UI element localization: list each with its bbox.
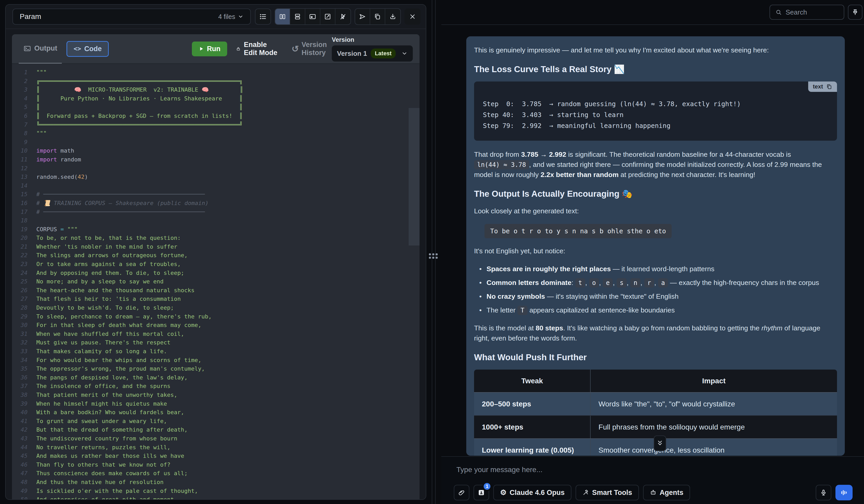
waveform-icon xyxy=(840,489,848,496)
code-line-text: Is sicklied o'er with the pale cast of t… xyxy=(36,487,198,495)
code-line: 5║ ║ xyxy=(12,103,420,112)
pip-view-button[interactable] xyxy=(305,9,320,24)
list-item: Spaces are in roughly the right places —… xyxy=(474,264,837,274)
line-number: 37 xyxy=(12,382,32,391)
code-line-text: """ xyxy=(36,68,47,77)
inline-code: ln(44) ≈ 3.78 xyxy=(474,160,529,170)
section-heading: The Loss Curve Tells a Real Story 📉 xyxy=(474,64,837,74)
inline-code: e xyxy=(603,278,613,287)
line-number: 50 xyxy=(12,495,32,500)
code-line: 9 xyxy=(12,138,420,147)
line-number: 25 xyxy=(12,277,32,286)
code-line: 37The insolence of office, and the spurn… xyxy=(12,382,420,391)
composer-input[interactable]: Type your message here... xyxy=(456,466,543,474)
line-number: 48 xyxy=(12,478,32,487)
enable-edit-mode-button[interactable]: Enable Edit Mode xyxy=(236,41,281,57)
line-number: 13 xyxy=(12,173,32,181)
tab-output[interactable]: Output xyxy=(19,34,62,64)
code-brackets-icon: <> xyxy=(73,45,81,52)
code-line-text: ║ ║ xyxy=(36,103,243,112)
files-dropdown[interactable]: 4 files xyxy=(218,13,243,21)
code-line: 17# ────────────────────────────────────… xyxy=(12,208,420,217)
line-number: 46 xyxy=(12,460,32,469)
code-line: 22The slings and arrows of outrageous fo… xyxy=(12,251,420,260)
run-button[interactable]: Run xyxy=(192,41,227,56)
download-icon xyxy=(389,13,396,20)
edit-in-window-button[interactable] xyxy=(320,9,335,24)
editor-scrollbar-thumb[interactable] xyxy=(409,108,420,246)
stacked-view-button[interactable] xyxy=(290,9,305,24)
code-line: 19CORPUS = """ xyxy=(12,225,420,234)
attach-file-button[interactable] xyxy=(454,485,469,500)
inline-code: n xyxy=(631,278,640,287)
version-dropdown[interactable]: Version 1 Latest xyxy=(332,46,413,62)
download-button[interactable] xyxy=(385,9,400,24)
robot-icon xyxy=(650,489,657,496)
code-line-text xyxy=(36,138,40,147)
send-button[interactable] xyxy=(355,9,370,24)
code-line: 35The oppressor's wrong, the proud man's… xyxy=(12,364,420,373)
code-line-text: The slings and arrows of outrageous fort… xyxy=(36,251,188,260)
tools-icon xyxy=(582,489,589,496)
microphone-button[interactable] xyxy=(816,485,831,500)
search-input[interactable]: Search xyxy=(769,5,844,20)
model-selector-button[interactable]: ⚙ Claude 4.6 Opus xyxy=(493,485,572,500)
table-cell: Full phrases from the soliloquy would em… xyxy=(590,416,837,438)
code-line-text: To sleep, perchance to dream — ay, there… xyxy=(36,312,212,321)
panel-divider-line xyxy=(435,0,436,504)
code-line: 20To be, or not to be, that is the quest… xyxy=(12,234,420,242)
project-files-button[interactable]: 1 xyxy=(473,485,489,500)
code-panel: Output <> Code Run Enable Edit Mode ↺ Ve… xyxy=(12,34,420,500)
tab-code-label: Code xyxy=(84,45,102,53)
code-line-text: # ──────────────────────────────────────… xyxy=(36,190,205,199)
cursor-disabled-icon xyxy=(339,13,347,20)
panel-resize-handle[interactable] xyxy=(429,253,438,259)
paragraph: This is the model at 80 steps. It's like… xyxy=(474,323,837,343)
inline-code: a xyxy=(658,278,668,287)
chevron-down-icon xyxy=(238,14,243,20)
agents-button[interactable]: Agents xyxy=(643,485,690,500)
code-line: 13random.seed(42) xyxy=(12,173,420,181)
line-number: 14 xyxy=(12,181,32,190)
copy-button[interactable] xyxy=(370,9,385,24)
line-number: 29 xyxy=(12,312,32,321)
code-line: 4║ Pure Python · No Libraries · Learns S… xyxy=(12,94,420,103)
pin-panel-button[interactable] xyxy=(848,5,862,20)
disable-pointer-button[interactable] xyxy=(335,9,350,24)
copy-icon xyxy=(826,84,832,90)
chat-panel: Search This is genuinely impressive — an… xyxy=(441,0,864,504)
code-line: 7╚══════════════════════════════════════… xyxy=(12,120,420,129)
voice-mode-button[interactable] xyxy=(836,485,853,500)
section-heading: The Output Is Actually Encouraging 🎭 xyxy=(474,189,837,199)
version-history-button[interactable]: ↺ Version History xyxy=(291,41,332,57)
code-line: 39When he himself might his quietus make xyxy=(12,399,420,408)
list-view-button[interactable] xyxy=(255,9,271,25)
terminal-icon xyxy=(23,45,31,52)
code-line-text: For in that sleep of death what dreams m… xyxy=(36,321,202,330)
version-value: Version 1 xyxy=(337,50,367,58)
line-number: 36 xyxy=(12,373,32,382)
close-artifact-button[interactable] xyxy=(405,9,421,25)
code-line: 44No traveller returns, puzzles the will… xyxy=(12,443,420,452)
code-line: 27That flesh is heir to: 'tis a consumma… xyxy=(12,295,420,303)
code-line: 25No more; and by a sleep to say we end xyxy=(12,277,420,286)
split-view-button[interactable] xyxy=(275,9,290,24)
code-line-text: That makes calamity of so long a life. xyxy=(36,347,167,356)
code-line: 32Must give us pause. There's the respec… xyxy=(12,338,420,347)
code-line-text: The undiscovered country from whose bour… xyxy=(36,434,177,443)
tab-code[interactable]: <> Code xyxy=(67,41,109,57)
tab-output-label: Output xyxy=(34,45,57,52)
table-header-cell: Tweak xyxy=(474,370,590,392)
code-block-copy-button[interactable]: text xyxy=(808,82,837,92)
smart-tools-button[interactable]: Smart Tools xyxy=(576,485,639,500)
smart-tools-label: Smart Tools xyxy=(592,489,632,497)
code-block-line: Step 79: 2.992 → meaningful learning hap… xyxy=(483,120,828,131)
code-editor[interactable]: 1"""2╔══════════════════════════════════… xyxy=(12,64,420,500)
code-line: 1""" xyxy=(12,68,420,77)
artifact-title-text: Param xyxy=(20,12,41,21)
scroll-to-bottom-button[interactable] xyxy=(654,435,666,451)
code-line-text: ║ Forward pass + Backprop + SGD — from s… xyxy=(36,112,243,120)
artifact-title-input[interactable]: Param 4 files xyxy=(12,9,251,25)
line-number: 7 xyxy=(12,120,32,129)
latest-badge: Latest xyxy=(371,49,396,58)
